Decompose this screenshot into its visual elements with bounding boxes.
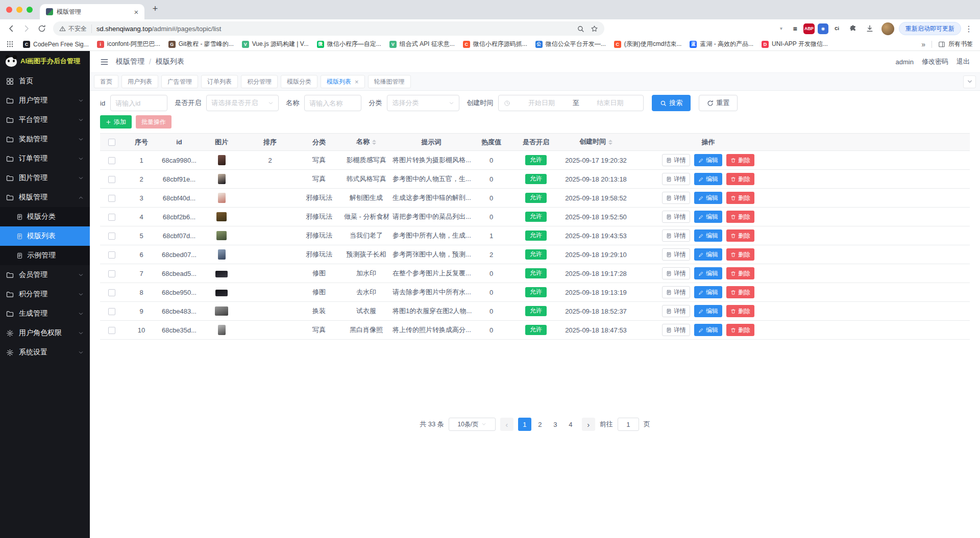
detail-button[interactable]: 详情 xyxy=(662,305,690,317)
row-checkbox[interactable] xyxy=(108,214,115,221)
prev-page-button[interactable]: ‹ xyxy=(500,418,513,431)
bookmark-item[interactable]: CCodePen Free Sig... xyxy=(19,40,93,49)
sidebar-item-members[interactable]: 会员管理 xyxy=(0,265,90,285)
minimize-window-button[interactable] xyxy=(16,7,22,13)
logout-link[interactable]: 退出 xyxy=(957,57,970,66)
bookmark-item[interactable]: C(亲测)使用cmd结束... xyxy=(610,39,686,49)
tabs-dropdown-button[interactable] xyxy=(963,75,976,88)
row-checkbox[interactable] xyxy=(108,176,115,183)
detail-button[interactable]: 详情 xyxy=(662,324,690,336)
profile-avatar[interactable] xyxy=(881,22,894,35)
page-size-select[interactable]: 10条/页 xyxy=(449,418,496,431)
tab-home[interactable]: 首页 xyxy=(94,75,118,88)
next-page-button[interactable]: › xyxy=(582,418,595,431)
extension-icon-abp[interactable]: ABP xyxy=(803,23,815,34)
filter-category-select[interactable]: 选择分类 xyxy=(387,95,459,111)
tab-template-list[interactable]: 模版列表× xyxy=(321,75,365,88)
sidebar-item-orders[interactable]: 订单管理 xyxy=(0,149,90,168)
sidebar-item-images[interactable]: 图片管理 xyxy=(0,168,90,188)
date-range-picker[interactable]: 开始日期 至 结束日期 xyxy=(498,95,644,111)
sidebar-item-user-roles[interactable]: 用户角色权限 xyxy=(0,323,90,343)
reload-button[interactable] xyxy=(35,21,49,36)
tab-carousel-management[interactable]: 轮播图管理 xyxy=(368,75,411,88)
update-button[interactable]: 重新启动即可更新 xyxy=(899,22,961,35)
browser-tab[interactable]: 模版管理 × xyxy=(40,4,144,19)
apps-grid-icon[interactable] xyxy=(6,40,14,48)
forward-button[interactable] xyxy=(19,21,34,36)
detail-button[interactable]: 详情 xyxy=(662,211,690,223)
fullscreen-window-button[interactable] xyxy=(27,7,33,13)
row-checkbox[interactable] xyxy=(108,327,115,334)
add-button[interactable]: 添加 xyxy=(100,115,132,129)
downloads-button[interactable] xyxy=(863,21,877,36)
edit-button[interactable]: 编辑 xyxy=(694,305,722,317)
edit-button[interactable]: 编辑 xyxy=(694,173,722,185)
delete-button[interactable]: 删除 xyxy=(726,305,754,317)
bookmarks-overflow-icon[interactable]: » xyxy=(921,40,925,48)
row-checkbox[interactable] xyxy=(108,233,115,240)
delete-button[interactable]: 删除 xyxy=(726,286,754,298)
edit-button[interactable]: 编辑 xyxy=(694,248,722,261)
reset-button[interactable]: 重置 xyxy=(699,95,738,111)
delete-button[interactable]: 删除 xyxy=(726,211,754,223)
filter-name-input[interactable] xyxy=(304,95,361,111)
extension-icon-ci[interactable]: Ci xyxy=(831,23,842,34)
menu-kebab-icon[interactable]: ⋮ xyxy=(964,21,974,36)
select-all-checkbox[interactable] xyxy=(108,139,115,146)
sidebar-collapse-icon[interactable] xyxy=(100,58,109,66)
close-tab-icon[interactable]: × xyxy=(132,8,140,16)
sidebar-item-settings[interactable]: 系统设置 xyxy=(0,343,90,362)
bookmark-item[interactable]: C微信小程序源码抓... xyxy=(459,39,531,49)
delete-button[interactable]: 删除 xyxy=(726,324,754,336)
detail-button[interactable]: 详情 xyxy=(662,248,690,261)
extension-icon-blue-circle[interactable]: ◉ xyxy=(818,23,828,34)
batch-actions-button[interactable]: 批量操作 xyxy=(136,115,172,129)
sidebar-item-points[interactable]: 积分管理 xyxy=(0,285,90,304)
back-button[interactable] xyxy=(4,21,18,36)
detail-button[interactable]: 详情 xyxy=(662,286,690,298)
zoom-icon[interactable] xyxy=(577,25,584,33)
edit-button[interactable]: 编辑 xyxy=(694,229,722,242)
page-button-1[interactable]: 1 xyxy=(518,418,531,431)
tab-template-categories[interactable]: 模版分类 xyxy=(281,75,317,88)
row-checkbox[interactable] xyxy=(108,308,115,315)
page-button-3[interactable]: 3 xyxy=(549,418,562,431)
bookmark-item[interactable]: 微微信小程序—自定... xyxy=(313,39,385,49)
sidebar-subitem-examples[interactable]: 示例管理 xyxy=(0,246,90,265)
edit-button[interactable]: 编辑 xyxy=(694,192,722,204)
extension-icon-grid[interactable]: ▦ xyxy=(790,23,800,34)
sidebar-item-users[interactable]: 用户管理 xyxy=(0,91,90,110)
bookmark-item[interactable]: 蓝蓝湖 - 高效的产品... xyxy=(685,39,757,49)
edit-button[interactable]: 编辑 xyxy=(694,211,722,223)
search-button[interactable]: 搜索 xyxy=(652,95,691,111)
new-tab-button[interactable]: + xyxy=(149,3,162,16)
detail-button[interactable]: 详情 xyxy=(662,229,690,242)
sidebar-item-platform[interactable]: 平台管理 xyxy=(0,110,90,130)
detail-button[interactable]: 详情 xyxy=(662,173,690,185)
delete-button[interactable]: 删除 xyxy=(726,248,754,261)
filter-id-input[interactable] xyxy=(110,95,167,111)
detail-button[interactable]: 详情 xyxy=(662,267,690,279)
edit-button[interactable]: 编辑 xyxy=(694,154,722,166)
row-checkbox[interactable] xyxy=(108,195,115,202)
close-icon[interactable]: × xyxy=(355,79,359,85)
sidebar-subitem-template-list[interactable]: 模版列表 xyxy=(0,226,90,246)
delete-button[interactable]: 删除 xyxy=(726,229,754,242)
extensions-puzzle-icon[interactable] xyxy=(846,21,860,36)
bookmark-item[interactable]: DUNI-APP 开发微信... xyxy=(757,39,832,49)
breadcrumb-root[interactable]: 模版管理 xyxy=(116,57,144,66)
row-checkbox[interactable] xyxy=(108,157,115,164)
filter-enabled-select[interactable]: 请选择是否开启 xyxy=(206,95,279,111)
edit-button[interactable]: 编辑 xyxy=(694,267,722,279)
edit-button[interactable]: 编辑 xyxy=(694,286,722,298)
tab-ad-management[interactable]: 广告管理 xyxy=(161,75,198,88)
tab-points-management[interactable]: 积分管理 xyxy=(241,75,278,88)
security-chip[interactable]: 不安全 xyxy=(59,24,92,33)
delete-button[interactable]: 删除 xyxy=(726,192,754,204)
bookmark-star-icon[interactable] xyxy=(591,25,598,33)
page-button-2[interactable]: 2 xyxy=(533,418,547,431)
tab-user-list[interactable]: 用户列表 xyxy=(121,75,158,88)
sort-icon[interactable] xyxy=(608,138,612,147)
delete-button[interactable]: 删除 xyxy=(726,267,754,279)
bookmark-item[interactable]: iiconfont-阿里巴巴... xyxy=(93,39,164,49)
